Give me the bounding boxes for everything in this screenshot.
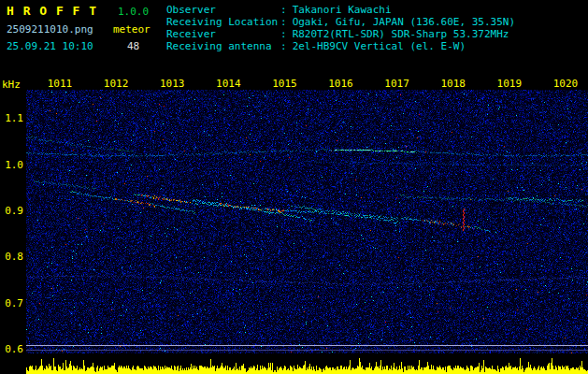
info-label: Receiver <box>166 28 280 40</box>
x-tick-label: 1017 <box>384 78 410 90</box>
app-title: H R O F F T <box>7 4 97 18</box>
x-tick-label: 1018 <box>440 78 466 90</box>
x-tick-label: 1014 <box>215 78 241 90</box>
spectrogram-canvas <box>26 90 588 353</box>
filename-label: 2509211010.png <box>7 23 93 36</box>
y-tick-label: 0.6 <box>1 343 23 355</box>
x-tick-label: 1013 <box>159 78 185 90</box>
info-value: R820T2(RTL-SDR) SDR-Sharp 53.372MHz <box>293 28 509 40</box>
y-tick-label: 0.9 <box>1 205 23 217</box>
info-value: Ogaki, Gifu, JAPAN (136.60E, 35.35N) <box>293 16 515 28</box>
info-value: 2el-HB9CV Vertical (el. E-W) <box>293 40 466 52</box>
info-row: Observer:Takanori Kawachi <box>166 4 515 16</box>
app-version: 1.0.0 <box>118 6 149 18</box>
x-tick-label: 1012 <box>103 78 129 90</box>
info-separator: : <box>280 40 287 52</box>
x-tick-label: 1011 <box>47 78 73 90</box>
info-row: Receiving Location:Ogaki, Gifu, JAPAN (1… <box>166 16 515 28</box>
khz-axis-label: kHz <box>2 79 21 91</box>
x-tick-label: 1016 <box>328 78 354 90</box>
info-separator: : <box>280 16 287 28</box>
info-separator: : <box>280 28 287 40</box>
echo-count-label: 48 <box>127 40 139 52</box>
observer-info-block: Observer:Takanori Kawachi Receiving Loca… <box>166 4 515 52</box>
info-label: Receiving Location <box>166 16 280 28</box>
y-tick-label: 1.1 <box>1 112 23 124</box>
datetime-label: 25.09.21 10:10 <box>7 40 93 52</box>
info-label: Observer <box>166 4 280 16</box>
signal-bars-canvas <box>26 355 588 374</box>
info-value: Takanori Kawachi <box>293 4 392 16</box>
mode-label: meteor <box>113 23 151 36</box>
x-tick-label: 1020 <box>552 78 579 90</box>
y-tick-label: 0.8 <box>1 251 23 263</box>
y-tick-label: 1.0 <box>1 159 23 171</box>
y-tick-label: 0.7 <box>1 297 23 309</box>
info-row: Receiving antenna:2el-HB9CV Vertical (el… <box>166 40 515 52</box>
info-label: Receiving antenna <box>166 40 280 52</box>
hrofft-screen: H R O F F T 1.0.0 2509211010.png meteor … <box>0 0 588 374</box>
info-row: Receiver:R820T2(RTL-SDR) SDR-Sharp 53.37… <box>166 28 515 40</box>
x-tick-label: 1019 <box>496 78 523 90</box>
x-tick-label: 1015 <box>271 78 297 90</box>
info-separator: : <box>280 4 287 16</box>
